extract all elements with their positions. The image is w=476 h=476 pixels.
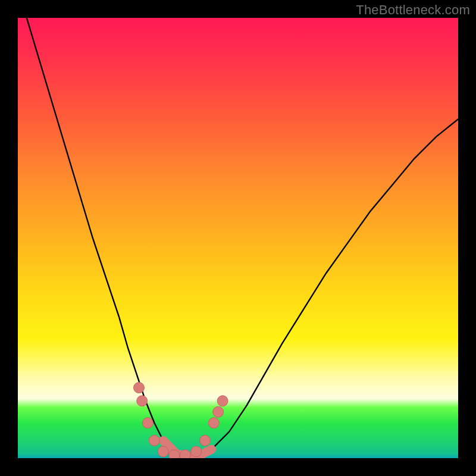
valley-marker <box>180 450 190 458</box>
valley-marker <box>134 383 145 393</box>
valley-marker <box>158 446 168 457</box>
valley-marker <box>137 396 148 406</box>
valley-marker <box>191 446 202 457</box>
plot-area <box>18 18 458 458</box>
chart-svg <box>18 18 458 458</box>
bottleneck-curve <box>27 18 458 458</box>
valley-marker <box>217 396 228 406</box>
valley-marker <box>149 435 159 446</box>
outer-frame: TheBottleneck.com <box>0 0 476 476</box>
valley-marker <box>169 450 180 458</box>
valley-marker <box>213 406 224 417</box>
valley-marker <box>208 418 219 428</box>
valley-marker <box>200 435 211 446</box>
attribution-text: TheBottleneck.com <box>356 2 470 18</box>
valley-marker <box>142 418 153 428</box>
